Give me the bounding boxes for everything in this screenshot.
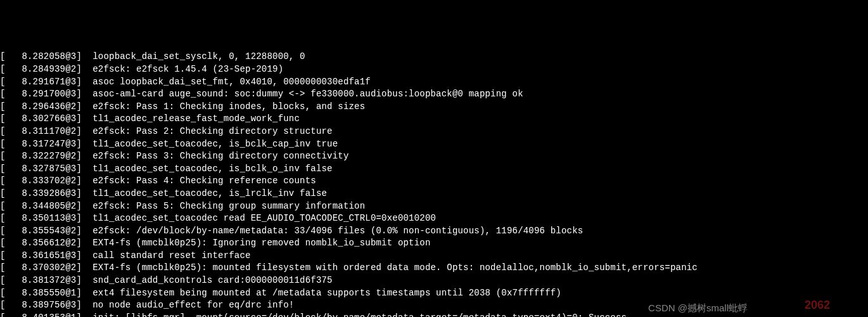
log-line: [ 8.339286@3] tl1_acodec_set_toacodec, i…	[0, 188, 868, 200]
log-line: [ 8.385550@1] ext4 filesystem being moun…	[0, 287, 868, 300]
log-line: [ 8.333702@2] e2fsck: Pass 4: Checking r…	[0, 175, 868, 188]
log-line: [ 8.317247@3] tl1_acodec_set_toacodec, i…	[0, 138, 868, 151]
log-line: [ 8.327875@3] tl1_acodec_set_toacodec, i…	[0, 163, 868, 176]
log-line: [ 8.302766@3] tl1_acodec_release_fast_mo…	[0, 113, 868, 126]
log-line: [ 8.296436@2] e2fsck: Pass 1: Checking i…	[0, 101, 868, 113]
log-line: [ 8.381372@3] snd_card_add_kcontrols car…	[0, 275, 868, 287]
terminal-output: [ 8.282058@3] loopback_dai_set_sysclk, 0…	[0, 51, 868, 317]
watermark-csdn: CSDN @撼树small蚍蜉	[648, 301, 748, 314]
log-line: [ 8.291700@3] asoc-aml-card auge_sound: …	[0, 88, 868, 101]
log-line: [ 8.356612@2] EXT4-fs (mmcblk0p25): Igno…	[0, 237, 868, 250]
log-line: [ 8.284939@2] e2fsck: e2fsck 1.45.4 (23-…	[0, 63, 868, 76]
log-line: [ 8.350113@3] tl1_acodec_set_toacodec re…	[0, 212, 868, 225]
log-line: [ 8.355543@2] e2fsck: /dev/block/by-name…	[0, 225, 868, 238]
log-line: [ 8.311170@2] e2fsck: Pass 2: Checking d…	[0, 126, 868, 138]
log-line: [ 8.291671@3] asoc loopback_dai_set_fmt,…	[0, 76, 868, 89]
log-line: [ 8.344805@2] e2fsck: Pass 5: Checking g…	[0, 200, 868, 213]
log-line: [ 8.322279@2] e2fsck: Pass 3: Checking d…	[0, 150, 868, 163]
log-line: [ 8.282058@3] loopback_dai_set_sysclk, 0…	[0, 51, 868, 63]
log-line: [ 8.370302@2] EXT4-fs (mmcblk0p25): moun…	[0, 262, 868, 275]
log-line: [ 8.361651@3] call standard reset interf…	[0, 250, 868, 262]
watermark-red: 2062	[805, 297, 830, 313]
